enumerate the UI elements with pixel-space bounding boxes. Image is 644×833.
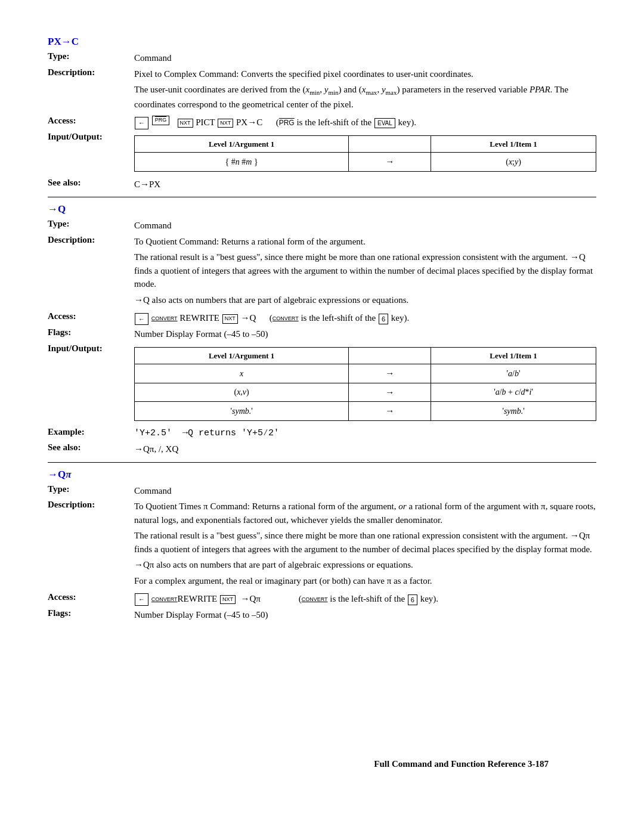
result1-toq: 'a/b' (431, 364, 596, 383)
desc-content-toqpi: To Quotient Times π Command: Returns a r… (134, 500, 596, 590)
flags-value-toqpi: Number Display Format (–45 to –50) (134, 608, 596, 622)
type-row-toq: Type: Command (48, 219, 596, 233)
nxt-box-toq: NXT (222, 314, 238, 324)
arg-cell-pxc: { #n #m } (135, 153, 349, 172)
col1-header-pxc: Level 1/Argument 1 (135, 135, 349, 153)
io-table-toq: Level 1/Argument 1 Level 1/Item 1 x → 'a… (134, 347, 596, 421)
col3-header-toq: Level 1/Item 1 (431, 347, 596, 364)
desc-label-toqpi: Description: (48, 500, 134, 510)
type-value-toqpi: Command (134, 484, 596, 498)
prg-overline-pxc: PRG (279, 119, 295, 127)
table-row: (x,v) → 'a/b + c/d*i' (135, 383, 596, 402)
type-label-pxc: Type: (48, 51, 134, 61)
desc-label-toq: Description: (48, 235, 134, 245)
flags-label-toqpi: Flags: (48, 608, 134, 618)
desc-p2-toq: The rational result is a "best guess", s… (134, 250, 596, 291)
convert-label-toqpi: CONVERT (151, 596, 178, 602)
desc-p2-pxc: The user-unit coordinates are derived fr… (134, 83, 596, 111)
type-row-pxc: Type: Command (48, 51, 596, 65)
qpi-bold: Q (58, 469, 66, 480)
convert-label-toq: CONVERT (151, 315, 178, 321)
io-content-pxc: Level 1/Argument 1 Level 1/Item 1 { #n #… (134, 132, 596, 175)
access-label-toq: Access: (48, 311, 134, 321)
arg2-toq: (x,v) (135, 383, 349, 402)
section-title-toqpi: →Qπ (48, 469, 596, 481)
access-row-toqpi: Access: ← CONVERTREWRITE NXT →Qπ (CONVER… (48, 592, 596, 606)
arrow-cell-pxc: → (349, 153, 431, 172)
ymax-text: y (382, 85, 386, 94)
result2-toq: 'a/b + c/d*i' (431, 383, 596, 402)
eval-key-pxc: EVAL (374, 118, 395, 128)
divider-1 (48, 197, 596, 197)
desc-p2-toqpi: The rational result is a "best guess", s… (134, 529, 596, 556)
access-row-toq: Access: ← CONVERT REWRITE NXT →Q (CONVER… (48, 311, 596, 325)
access-content-toqpi: ← CONVERTREWRITE NXT →Qπ (CONVERT is the… (134, 592, 596, 606)
desc-label-pxc: Description: (48, 67, 134, 78)
desc-row-toq: Description: To Quotient Command: Return… (48, 235, 596, 309)
q-bold: Q (58, 203, 66, 215)
desc-p1-toq: To Quotient Command: Returns a rational … (134, 235, 596, 249)
desc-row-toqpi: Description: To Quotient Times π Command… (48, 500, 596, 590)
seealso-label-pxc: See also: (48, 178, 134, 188)
type-label-toqpi: Type: (48, 484, 134, 494)
section-title-pxc: PX→C (48, 36, 596, 48)
col2-header-pxc (349, 135, 431, 153)
col1-header-toq: Level 1/Argument 1 (135, 347, 349, 364)
section-toq: →Q Type: Command Description: To Quotien… (48, 203, 596, 456)
flags-row-toqpi: Flags: Number Display Format (–45 to –50… (48, 608, 596, 622)
seealso-row-pxc: See also: C→PX (48, 178, 596, 191)
flags-label-toq: Flags: (48, 327, 134, 337)
access-content-pxc: ← PRG NXT PICT NXT PX→C (PRG is the left… (134, 116, 596, 129)
six-key-toqpi: 6 (408, 594, 417, 605)
desc-p1-toqpi: To Quotient Times π Command: Returns a r… (134, 500, 596, 527)
left-arrow-key-pxc: ← (135, 117, 148, 129)
desc-content-pxc: Pixel to Complex Command: Converts the s… (134, 67, 596, 114)
io-row-toq: Input/Output: Level 1/Argument 1 Level 1… (48, 343, 596, 425)
col3-header-pxc: Level 1/Item 1 (431, 135, 596, 153)
seealso-row-toq: See also: →Qπ, /, XQ (48, 442, 596, 456)
section-toqpi: →Qπ Type: Command Description: To Quotie… (48, 469, 596, 622)
six-key-toq: 6 (379, 314, 388, 324)
arg1-toq: x (135, 364, 349, 383)
access-content-toq: ← CONVERT REWRITE NXT →Q (CONVERT is the… (134, 311, 596, 325)
convert-label-note-toq: CONVERT (273, 315, 299, 321)
divider-2 (48, 462, 596, 463)
flags-value-toq: Number Display Format (–45 to –50) (134, 327, 596, 341)
col2-header-toq (349, 347, 431, 364)
desc-p1-pxc: Pixel to Complex Command: Converts the s… (134, 67, 596, 81)
result3-toq: 'symb.' (431, 402, 596, 421)
access-row-pxc: Access: ← PRG NXT PICT NXT PX→C (PRG is … (48, 116, 596, 129)
arg3-toq: 'symb.' (135, 402, 349, 421)
flags-row-toq: Flags: Number Display Format (–45 to –50… (48, 327, 596, 341)
desc-p4-toqpi: For a complex argument, the real or imag… (134, 574, 596, 588)
page-content: PX→C Type: Command Description: Pixel to… (48, 36, 596, 799)
convert-label-note-toqpi: CONVERT (302, 596, 328, 602)
ppar-text: PPAR (530, 85, 550, 94)
type-label-toq: Type: (48, 219, 134, 229)
io-row-pxc: Input/Output: Level 1/Argument 1 Level 1… (48, 132, 596, 175)
desc-p3-toq: →Q also acts on numbers that are part of… (134, 293, 596, 307)
desc-row-pxc: Description: Pixel to Complex Command: C… (48, 67, 596, 114)
io-label-toq: Input/Output: (48, 343, 134, 354)
pi-symbol: π (66, 469, 71, 480)
footer: Full Command and Function Reference 3-18… (374, 759, 549, 769)
io-table-pxc: Level 1/Argument 1 Level 1/Item 1 { #n #… (134, 135, 596, 172)
seealso-value-toq: →Qπ, /, XQ (134, 442, 596, 456)
example-row-toq: Example: 'Y+2.5' →Q returns 'Y+5∕2' (48, 427, 596, 441)
prg-key-pxc: PRG (152, 116, 170, 125)
io-content-toq: Level 1/Argument 1 Level 1/Item 1 x → 'a… (134, 343, 596, 425)
table-row: x → 'a/b' (135, 364, 596, 383)
section-pxc: PX→C Type: Command Description: Pixel to… (48, 36, 596, 191)
nxt-box1-pxc: NXT (178, 119, 193, 128)
nxt-box-toqpi: NXT (220, 595, 236, 605)
table-row: 'symb.' → 'symb.' (135, 402, 596, 421)
seealso-value-pxc: C→PX (134, 178, 596, 191)
io-label-pxc: Input/Output: (48, 132, 134, 142)
desc-content-toq: To Quotient Command: Returns a rational … (134, 235, 596, 309)
access-label-toqpi: Access: (48, 592, 134, 602)
type-value-toq: Command (134, 219, 596, 233)
table-row: { #n #m } → (x;y) (135, 153, 596, 172)
nxt-box2-pxc: NXT (218, 119, 233, 128)
result-cell-pxc: (x;y) (431, 153, 596, 172)
type-row-toqpi: Type: Command (48, 484, 596, 498)
